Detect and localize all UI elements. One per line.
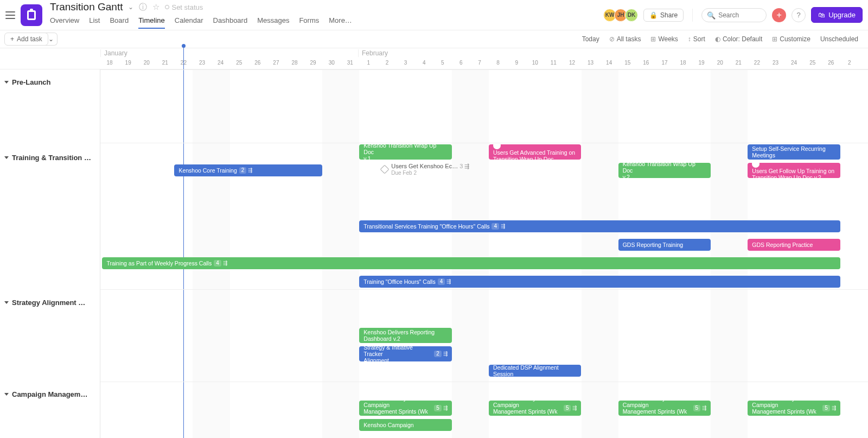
day-label: 28	[285, 60, 304, 66]
day-ruler: 1819202122232425262728293031123456789101…	[0, 58, 868, 69]
bag-icon: 🛍	[818, 11, 825, 19]
app-logo[interactable]	[21, 4, 42, 26]
zoom-weeks[interactable]: ⊞Weeks	[650, 35, 678, 43]
task-wrap-v2[interactable]: Kenshoo Transition Wrap Up Docv.2	[618, 163, 711, 178]
day-label: 19	[119, 60, 137, 66]
plus-icon: +	[10, 35, 14, 43]
task-core-training[interactable]: Kenshoo Core Training2⇶	[174, 164, 322, 176]
section-campaign[interactable]: Campaign Managem…	[0, 387, 100, 402]
subtask-icon: ⇶	[248, 167, 252, 174]
customize-button[interactable]: ⊞Customize	[772, 35, 810, 43]
caret-down-icon	[4, 81, 9, 84]
unscheduled-button[interactable]: Unscheduled	[820, 35, 858, 43]
task-sprint5[interactable]: Kenshoo Weekly CampaignManagement Sprint…	[359, 401, 451, 416]
day-label: 6	[452, 60, 470, 66]
section-divider	[100, 143, 868, 143]
task-sprint7[interactable]: Kenshoo Weekly CampaignManagement Sprint…	[618, 401, 711, 416]
task-dashboard-v2[interactable]: Kenshoo Delivers ReportingDashboard v.2	[359, 328, 451, 343]
sort-button[interactable]: ↕Sort	[688, 35, 705, 43]
subtask-icon: ⇶	[443, 351, 448, 357]
create-button[interactable]: +	[772, 8, 786, 22]
tab-messages[interactable]: Messages	[257, 14, 289, 29]
section-sidebar: Pre-Launch Training & Transition … Strat…	[0, 69, 100, 438]
help-button[interactable]: ?	[792, 8, 806, 22]
day-label: 24	[212, 60, 230, 66]
milestone-kenshoo-ec[interactable]: Users Get Kenshoo Ec… 3⇶Due Feb 2	[381, 163, 469, 176]
assignee-avatar	[493, 144, 501, 149]
tab-board[interactable]: Board	[110, 14, 129, 29]
add-task-dropdown[interactable]: ⌄	[45, 33, 58, 46]
subtask-icon: ⇶	[223, 260, 227, 266]
day-label: 9	[507, 60, 526, 66]
set-status[interactable]: Set status	[165, 3, 203, 11]
color-button[interactable]: ◐Color: Default	[715, 35, 762, 43]
day-label: 1	[359, 60, 378, 66]
today-button[interactable]: Today	[582, 35, 599, 43]
day-label: 21	[729, 60, 748, 66]
tab-dashboard[interactable]: Dashboard	[213, 14, 248, 29]
month-ruler: January February	[0, 48, 868, 58]
add-task-button[interactable]: +Add task	[4, 33, 48, 46]
task-dsp-alignment[interactable]: Dedicated DSP Alignment Session	[489, 365, 581, 377]
droplet-icon: ◐	[715, 35, 720, 43]
tab-overview[interactable]: Overview	[50, 14, 79, 29]
project-title[interactable]: Transition Gantt	[50, 1, 123, 13]
caret-down-icon	[4, 156, 9, 159]
avatar[interactable]: DK	[625, 9, 638, 22]
diamond-icon	[380, 165, 390, 174]
upgrade-button[interactable]: 🛍Upgrade	[811, 7, 863, 23]
timeline-body: Kenshoo Core Training2⇶Kenshoo Transitio…	[0, 69, 868, 438]
day-label: 18	[100, 60, 119, 66]
section-strategy[interactable]: Strategy Alignment …	[0, 295, 100, 310]
task-office-hours[interactable]: Training "Office Hours" Calls4⇶	[359, 276, 840, 288]
star-icon[interactable]: ☆	[152, 2, 159, 12]
task-adv-training[interactable]: Users Get Advanced Training onTransition…	[489, 144, 581, 160]
info-icon[interactable]: ⓘ	[139, 2, 147, 12]
day-label: 8	[489, 60, 507, 66]
section-prelaunch[interactable]: Pre-Launch	[0, 75, 100, 90]
task-self-service[interactable]: Setup Self-Service RecurringMeetings	[748, 144, 840, 160]
day-label: 29	[304, 60, 322, 66]
subtask-icon: ⇶	[446, 278, 451, 285]
day-label: 20	[137, 60, 156, 66]
day-label: 26	[822, 60, 840, 66]
weekend-shade	[322, 69, 359, 438]
day-label: 25	[230, 60, 248, 66]
day-label: 30	[322, 60, 341, 66]
task-trans-services[interactable]: Transitional Services Training "Office H…	[359, 220, 840, 232]
task-weekly-progress[interactable]: Training as Part of Weekly Progress Call…	[102, 257, 840, 269]
chart-area[interactable]: Kenshoo Core Training2⇶Kenshoo Transitio…	[100, 69, 868, 438]
sort-icon: ↕	[688, 35, 691, 43]
tab-calendar[interactable]: Calendar	[175, 14, 203, 29]
task-sprint6[interactable]: Kenshoo Weekly CampaignManagement Sprint…	[489, 401, 581, 416]
chevron-down-icon[interactable]: ⌄	[128, 3, 133, 11]
day-label: 26	[248, 60, 267, 66]
task-sprint8[interactable]: Kenshoo Weekly CampaignManagement Sprint…	[748, 401, 840, 416]
day-label: 27	[267, 60, 285, 66]
tab-list[interactable]: List	[89, 14, 100, 29]
day-label: 23	[193, 60, 212, 66]
day-label: 21	[156, 60, 174, 66]
month-january: January	[100, 49, 127, 57]
section-divider	[100, 69, 868, 70]
day-label: 2	[378, 60, 396, 66]
task-followup[interactable]: Users Get Follow Up Training onTransitio…	[748, 163, 840, 178]
menu-icon[interactable]	[5, 11, 15, 19]
task-gds-practice[interactable]: GDS Reporting Practice	[748, 239, 840, 251]
all-tasks-filter[interactable]: ⊘All tasks	[609, 35, 641, 43]
month-february: February	[358, 49, 388, 57]
task-strategy-align[interactable]: Strategy & Initiative TrackerAlignment2⇶	[359, 346, 451, 361]
tab-more[interactable]: More…	[329, 14, 352, 29]
task-wrap-v1[interactable]: Kenshoo Transition Wrap Up Docv.1	[359, 144, 451, 160]
task-kenshoo-campaign[interactable]: Kenshoo Campaign	[359, 419, 451, 431]
tab-timeline[interactable]: Timeline	[138, 14, 165, 29]
tab-forms[interactable]: Forms	[299, 14, 319, 29]
section-training[interactable]: Training & Transition …	[0, 150, 100, 165]
day-label: 12	[563, 60, 581, 66]
day-label: 20	[711, 60, 729, 66]
day-label: 18	[674, 60, 692, 66]
weekend-shade	[193, 69, 229, 438]
member-avatars[interactable]: KWJHDK	[605, 9, 638, 22]
share-button[interactable]: 🔒Share	[643, 9, 684, 22]
task-gds-training[interactable]: GDS Reporting Training	[618, 239, 711, 251]
